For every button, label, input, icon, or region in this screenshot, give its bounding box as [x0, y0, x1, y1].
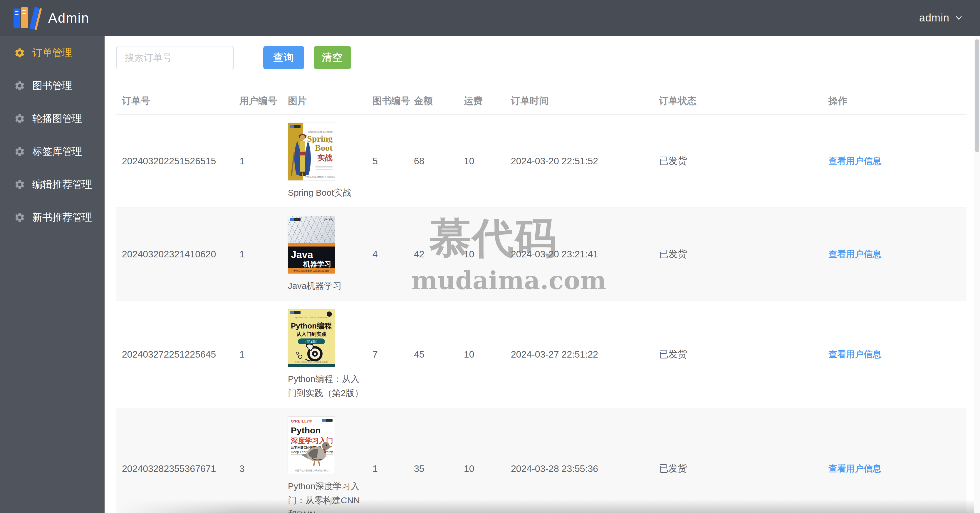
column-header-order-status: 订单状态	[659, 95, 829, 108]
cell-amount: 68	[414, 156, 464, 167]
sidebar-item-label: 订单管理	[32, 46, 72, 60]
cell-shipping: 10	[464, 464, 511, 474]
cell-shipping: 10	[464, 156, 511, 167]
sidebar-item-label: 轮播图管理	[32, 112, 82, 126]
gear-icon	[14, 146, 25, 157]
sidebar-item-label: 图书管理	[32, 79, 72, 92]
search-toolbar: 查询 清空	[116, 46, 966, 69]
table-row: 202403202321410620 1 [PACKT] Java 机器学习 M…	[116, 208, 966, 301]
view-user-info-link[interactable]: 查看用户信息	[829, 349, 881, 359]
cell-amount: 35	[414, 464, 464, 474]
cover-title: Java	[291, 249, 313, 260]
table-row: 202403202251526515 1	[116, 115, 966, 208]
sidebar-item-editor-recommend[interactable]: 编辑推荐管理	[0, 168, 105, 201]
cell-order-time: 2024-03-20 23:21:41	[511, 249, 659, 260]
cell-image: O'REILLY® Python 深度学习入门 从零构建CNN和RNN Deep…	[288, 408, 372, 513]
cover-text-bars	[315, 166, 332, 167]
search-input[interactable]	[116, 46, 234, 69]
table-row: 202403282355367671 3 O'REILLY® Python 深度…	[116, 408, 966, 513]
cell-image: Spring Boot in Action Spring Boot 实战 中国工…	[288, 115, 372, 207]
cell-order-time: 2024-03-20 22:51:52	[511, 156, 659, 167]
cell-user-id: 1	[239, 156, 288, 167]
cell-image: Python Crash Course, 2nd Edition Python编…	[288, 301, 372, 408]
query-button[interactable]: 查询	[263, 46, 304, 69]
sidebar-item-books[interactable]: 图书管理	[0, 69, 105, 102]
cell-book-id: 4	[372, 249, 414, 260]
sidebar: 订单管理 图书管理 轮播图管理 标签库管理 编辑推荐管理 新书推荐管理	[0, 36, 105, 513]
sidebar-item-carousel[interactable]: 轮播图管理	[0, 102, 105, 135]
clear-button[interactable]: 清空	[314, 46, 351, 69]
gear-icon	[14, 212, 25, 223]
cell-order-no: 202403282355367671	[116, 464, 239, 474]
series-tag-icon	[290, 125, 301, 128]
cell-order-status: 已发货	[659, 462, 829, 475]
cell-shipping: 10	[464, 249, 511, 260]
table-header-row: 订单号 用户编号 图片 图书编号 金额 运费 订单时间 订单状态 操作	[116, 88, 966, 115]
scrollbar-thumb[interactable]	[975, 39, 979, 152]
cover-series-title: Python Crash Course, 2nd Edition	[288, 316, 335, 319]
cover-title: Spring Boot	[307, 134, 332, 152]
column-header-book-id: 图书编号	[372, 95, 414, 108]
cell-book-id: 1	[372, 464, 414, 474]
table-row: 202403272251225645 1 Python Crash Course…	[116, 301, 966, 408]
book-title-caption: Python深度学习入门：从零构建CNN和RNN	[288, 479, 367, 513]
sidebar-item-new-book-recommend[interactable]: 新书推荐管理	[0, 201, 105, 234]
cell-image: [PACKT] Java 机器学习 Machine Learning in Ja…	[288, 208, 372, 301]
cell-order-time: 2024-03-28 23:55:36	[511, 464, 659, 474]
cell-book-id: 7	[372, 349, 414, 360]
cell-user-id: 1	[239, 249, 288, 260]
chevron-down-icon	[954, 13, 964, 22]
sidebar-item-orders[interactable]: 订单管理	[0, 37, 105, 69]
book-title-caption: Spring Boot实战	[288, 186, 367, 200]
user-name: admin	[919, 12, 950, 24]
view-user-info-link[interactable]: 查看用户信息	[829, 156, 881, 166]
cell-order-no: 202403202321410620	[116, 249, 239, 260]
app-window: Admin admin 订单管理 图书管理 轮播图管理	[0, 0, 980, 513]
book-title-caption: Python编程：从入门到实践（第2版）	[288, 372, 367, 400]
cover-badge: [PACKT]	[324, 218, 333, 221]
top-header-bar: Admin admin	[0, 0, 980, 36]
cell-order-status: 已发货	[659, 248, 829, 261]
orders-table: 订单号 用户编号 图片 图书编号 金额 运费 订单时间 订单状态 操作 2024…	[116, 88, 966, 513]
brand: Admin	[12, 5, 89, 31]
cover-title: Python	[291, 425, 321, 435]
cell-order-time: 2024-03-27 22:51:22	[511, 349, 659, 360]
cover-publisher: 中国工信出版集团 人民邮电出版社	[288, 361, 335, 364]
gear-icon	[14, 113, 25, 124]
app-title: Admin	[48, 10, 89, 26]
cover-title: Python编程	[288, 321, 335, 331]
user-menu-dropdown[interactable]: admin	[919, 12, 964, 24]
cell-order-no: 202403272251225645	[116, 349, 239, 360]
sidebar-item-tags[interactable]: 标签库管理	[0, 135, 105, 168]
series-tag-icon	[290, 311, 301, 314]
column-header-order-time: 订单时间	[511, 95, 659, 108]
book-cover-spring-boot: Spring Boot in Action Spring Boot 实战 中国工…	[288, 123, 335, 180]
view-user-info-link[interactable]: 查看用户信息	[829, 464, 881, 473]
sidebar-item-label: 标签库管理	[32, 145, 82, 158]
book-cover-python-deep-learning: O'REILLY® Python 深度学习入门 从零构建CNN和RNN Deep…	[288, 416, 335, 474]
view-user-info-link[interactable]: 查看用户信息	[829, 249, 881, 259]
column-header-order-no: 订单号	[116, 95, 239, 108]
cover-title2: 从入门到实践	[288, 331, 335, 338]
series-tag-icon	[322, 419, 332, 422]
cell-book-id: 5	[372, 156, 414, 167]
cell-order-status: 已发货	[659, 348, 829, 361]
gear-icon	[14, 179, 25, 190]
cover-footer-strip	[288, 364, 335, 367]
book-cover-java-ml: [PACKT] Java 机器学习 Machine Learning in Ja…	[288, 216, 335, 274]
table-body: 202403202251526515 1	[116, 115, 966, 513]
cover-title2: 机器学习	[303, 260, 331, 269]
cover-publisher: 中国工信出版集团 人民邮电出版社	[288, 268, 335, 274]
cell-amount: 45	[414, 349, 464, 360]
book-cover-python-crash-course: Python Crash Course, 2nd Edition Python编…	[288, 309, 335, 367]
sidebar-item-label: 编辑推荐管理	[32, 178, 92, 191]
column-header-user-id: 用户编号	[239, 95, 288, 108]
cell-shipping: 10	[464, 349, 511, 360]
cell-user-id: 1	[239, 349, 288, 360]
cover-publisher: 中国工信出版集团 人民邮电出版社	[288, 469, 335, 472]
gear-icon	[14, 80, 25, 91]
sidebar-item-label: 新书推荐管理	[32, 211, 92, 224]
scrollbar-track[interactable]	[974, 36, 980, 513]
cell-amount: 42	[414, 249, 464, 260]
column-header-shipping: 运费	[464, 95, 511, 108]
